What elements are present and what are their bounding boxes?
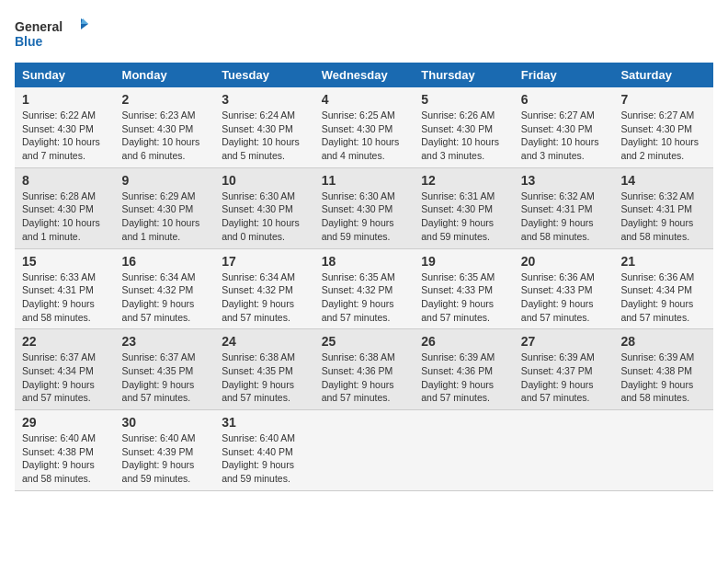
day-cell: 18Sunrise: 6:35 AM Sunset: 4:32 PM Dayli… xyxy=(314,248,415,329)
day-number: 29 xyxy=(22,415,108,430)
day-cell: 31Sunrise: 6:40 AM Sunset: 4:40 PM Dayli… xyxy=(214,410,314,491)
day-number: 28 xyxy=(620,334,706,349)
day-info: Sunrise: 6:34 AM Sunset: 4:32 PM Dayligh… xyxy=(122,270,208,325)
day-number: 17 xyxy=(222,254,307,269)
day-number: 25 xyxy=(322,334,407,349)
day-info: Sunrise: 6:40 AM Sunset: 4:38 PM Dayligh… xyxy=(22,431,108,486)
day-info: Sunrise: 6:22 AM Sunset: 4:30 PM Dayligh… xyxy=(22,109,108,163)
day-number: 9 xyxy=(122,173,208,188)
day-number: 13 xyxy=(521,173,607,188)
svg-text:Blue: Blue xyxy=(15,34,43,49)
header-row: SundayMondayTuesdayWednesdayThursdayFrid… xyxy=(15,63,713,87)
day-cell: 27Sunrise: 6:39 AM Sunset: 4:37 PM Dayli… xyxy=(514,329,614,410)
week-row-3: 15Sunrise: 6:33 AM Sunset: 4:31 PM Dayli… xyxy=(15,248,713,329)
header-cell-thursday: Thursday xyxy=(414,63,514,87)
day-number: 11 xyxy=(322,173,407,188)
calendar-body: 1Sunrise: 6:22 AM Sunset: 4:30 PM Daylig… xyxy=(15,87,713,490)
day-cell: 13Sunrise: 6:32 AM Sunset: 4:31 PM Dayli… xyxy=(514,167,614,248)
day-cell: 5Sunrise: 6:26 AM Sunset: 4:30 PM Daylig… xyxy=(414,87,514,167)
header-cell-tuesday: Tuesday xyxy=(214,63,314,87)
day-info: Sunrise: 6:32 AM Sunset: 4:31 PM Dayligh… xyxy=(521,190,607,244)
day-info: Sunrise: 6:38 AM Sunset: 4:36 PM Dayligh… xyxy=(322,350,407,405)
day-cell: 19Sunrise: 6:35 AM Sunset: 4:33 PM Dayli… xyxy=(414,248,514,329)
day-number: 6 xyxy=(521,92,607,107)
day-info: Sunrise: 6:27 AM Sunset: 4:30 PM Dayligh… xyxy=(620,109,706,163)
day-info: Sunrise: 6:35 AM Sunset: 4:32 PM Dayligh… xyxy=(322,270,407,325)
day-number: 19 xyxy=(421,254,506,269)
day-cell: 24Sunrise: 6:38 AM Sunset: 4:35 PM Dayli… xyxy=(214,329,314,410)
day-info: Sunrise: 6:36 AM Sunset: 4:33 PM Dayligh… xyxy=(521,270,607,325)
day-cell: 3Sunrise: 6:24 AM Sunset: 4:30 PM Daylig… xyxy=(214,87,314,167)
day-info: Sunrise: 6:24 AM Sunset: 4:30 PM Dayligh… xyxy=(222,109,307,163)
week-row-5: 29Sunrise: 6:40 AM Sunset: 4:38 PM Dayli… xyxy=(15,410,713,491)
day-info: Sunrise: 6:30 AM Sunset: 4:30 PM Dayligh… xyxy=(222,190,307,244)
day-info: Sunrise: 6:38 AM Sunset: 4:35 PM Dayligh… xyxy=(222,350,307,405)
day-cell: 15Sunrise: 6:33 AM Sunset: 4:31 PM Dayli… xyxy=(15,248,115,329)
day-cell: 16Sunrise: 6:34 AM Sunset: 4:32 PM Dayli… xyxy=(115,248,215,329)
day-number: 15 xyxy=(22,254,108,269)
day-cell: 25Sunrise: 6:38 AM Sunset: 4:36 PM Dayli… xyxy=(314,329,415,410)
day-cell: 11Sunrise: 6:30 AM Sunset: 4:30 PM Dayli… xyxy=(314,167,415,248)
header-cell-friday: Friday xyxy=(514,63,614,87)
day-cell: 20Sunrise: 6:36 AM Sunset: 4:33 PM Dayli… xyxy=(514,248,614,329)
logo-svg: General Blue xyxy=(15,15,88,55)
day-info: Sunrise: 6:25 AM Sunset: 4:30 PM Dayligh… xyxy=(322,109,407,163)
day-cell xyxy=(514,410,614,491)
day-info: Sunrise: 6:37 AM Sunset: 4:34 PM Dayligh… xyxy=(22,350,108,405)
day-cell: 26Sunrise: 6:39 AM Sunset: 4:36 PM Dayli… xyxy=(414,329,514,410)
day-number: 24 xyxy=(222,334,307,349)
day-info: Sunrise: 6:40 AM Sunset: 4:40 PM Dayligh… xyxy=(222,431,307,486)
week-row-1: 1Sunrise: 6:22 AM Sunset: 4:30 PM Daylig… xyxy=(15,87,713,167)
day-cell: 21Sunrise: 6:36 AM Sunset: 4:34 PM Dayli… xyxy=(613,248,713,329)
day-cell: 8Sunrise: 6:28 AM Sunset: 4:30 PM Daylig… xyxy=(15,167,115,248)
day-number: 18 xyxy=(322,254,407,269)
day-number: 26 xyxy=(421,334,506,349)
day-info: Sunrise: 6:37 AM Sunset: 4:35 PM Dayligh… xyxy=(122,350,208,405)
day-info: Sunrise: 6:29 AM Sunset: 4:30 PM Dayligh… xyxy=(122,190,208,244)
page-header: General Blue xyxy=(15,15,713,55)
day-number: 14 xyxy=(620,173,706,188)
day-info: Sunrise: 6:39 AM Sunset: 4:37 PM Dayligh… xyxy=(521,350,607,405)
day-number: 22 xyxy=(22,334,108,349)
day-cell: 1Sunrise: 6:22 AM Sunset: 4:30 PM Daylig… xyxy=(15,87,115,167)
day-number: 21 xyxy=(620,254,706,269)
day-number: 23 xyxy=(122,334,208,349)
day-info: Sunrise: 6:33 AM Sunset: 4:31 PM Dayligh… xyxy=(22,270,108,325)
header-cell-sunday: Sunday xyxy=(15,63,115,87)
day-cell xyxy=(613,410,713,491)
day-info: Sunrise: 6:30 AM Sunset: 4:30 PM Dayligh… xyxy=(322,190,407,244)
day-number: 16 xyxy=(122,254,208,269)
day-info: Sunrise: 6:40 AM Sunset: 4:39 PM Dayligh… xyxy=(122,431,208,486)
header-cell-monday: Monday xyxy=(115,63,215,87)
day-number: 30 xyxy=(122,415,208,430)
day-number: 3 xyxy=(222,92,307,107)
day-info: Sunrise: 6:35 AM Sunset: 4:33 PM Dayligh… xyxy=(421,270,506,325)
day-cell: 10Sunrise: 6:30 AM Sunset: 4:30 PM Dayli… xyxy=(214,167,314,248)
day-cell xyxy=(414,410,514,491)
day-info: Sunrise: 6:34 AM Sunset: 4:32 PM Dayligh… xyxy=(222,270,307,325)
day-number: 20 xyxy=(521,254,607,269)
day-cell: 22Sunrise: 6:37 AM Sunset: 4:34 PM Dayli… xyxy=(15,329,115,410)
day-number: 31 xyxy=(222,415,307,430)
day-number: 1 xyxy=(22,92,108,107)
calendar-header: SundayMondayTuesdayWednesdayThursdayFrid… xyxy=(15,63,713,87)
day-cell xyxy=(314,410,415,491)
day-info: Sunrise: 6:27 AM Sunset: 4:30 PM Dayligh… xyxy=(521,109,607,163)
day-number: 27 xyxy=(521,334,607,349)
day-info: Sunrise: 6:32 AM Sunset: 4:31 PM Dayligh… xyxy=(620,190,706,244)
calendar-table: SundayMondayTuesdayWednesdayThursdayFrid… xyxy=(15,63,713,491)
day-info: Sunrise: 6:39 AM Sunset: 4:38 PM Dayligh… xyxy=(620,350,706,405)
day-cell: 4Sunrise: 6:25 AM Sunset: 4:30 PM Daylig… xyxy=(314,87,415,167)
svg-text:General: General xyxy=(15,19,63,34)
day-info: Sunrise: 6:26 AM Sunset: 4:30 PM Dayligh… xyxy=(421,109,506,163)
day-number: 12 xyxy=(421,173,506,188)
day-info: Sunrise: 6:39 AM Sunset: 4:36 PM Dayligh… xyxy=(421,350,506,405)
week-row-4: 22Sunrise: 6:37 AM Sunset: 4:34 PM Dayli… xyxy=(15,329,713,410)
day-number: 2 xyxy=(122,92,208,107)
day-cell: 29Sunrise: 6:40 AM Sunset: 4:38 PM Dayli… xyxy=(15,410,115,491)
day-cell: 14Sunrise: 6:32 AM Sunset: 4:31 PM Dayli… xyxy=(613,167,713,248)
day-cell: 30Sunrise: 6:40 AM Sunset: 4:39 PM Dayli… xyxy=(115,410,215,491)
header-cell-saturday: Saturday xyxy=(613,63,713,87)
day-cell: 2Sunrise: 6:23 AM Sunset: 4:30 PM Daylig… xyxy=(115,87,215,167)
day-number: 5 xyxy=(421,92,506,107)
